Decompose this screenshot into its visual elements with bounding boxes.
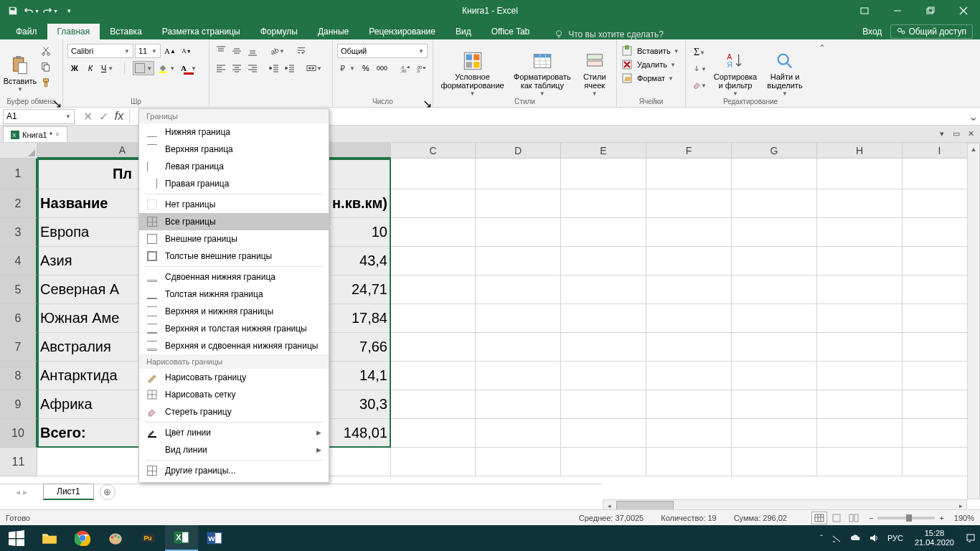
wb-minimize[interactable]: ▭ — [950, 127, 963, 140]
cell[interactable] — [476, 390, 561, 419]
tray-network-icon[interactable] — [827, 525, 846, 551]
increase-font-button[interactable]: A▲ — [162, 44, 178, 58]
wrap-text-button[interactable] — [294, 44, 308, 58]
border-outer-item[interactable]: Внешние границы — [139, 230, 329, 248]
row-header[interactable]: 1 — [0, 159, 37, 189]
zoom-in-button[interactable]: + — [939, 514, 943, 522]
redo-button[interactable]: ▼ — [42, 2, 59, 19]
cell[interactable] — [732, 304, 817, 333]
cell[interactable] — [646, 159, 732, 189]
cell[interactable] — [732, 448, 817, 476]
row-header[interactable]: 6 — [0, 304, 37, 333]
cell[interactable] — [391, 362, 476, 390]
cell[interactable] — [903, 419, 977, 448]
cell[interactable] — [391, 276, 476, 304]
font-color-button[interactable]: A▼ — [179, 61, 199, 75]
row-header[interactable]: 2 — [0, 189, 37, 218]
more-borders-item[interactable]: Другие границы... — [139, 462, 329, 479]
wb-close[interactable]: ✕ — [964, 127, 977, 140]
cell[interactable] — [732, 218, 817, 247]
cell[interactable] — [817, 390, 903, 419]
cell[interactable] — [817, 362, 903, 390]
cell[interactable] — [646, 189, 732, 218]
cell[interactable] — [646, 448, 732, 476]
cell[interactable] — [561, 333, 646, 362]
undo-button[interactable]: ▼ — [23, 2, 40, 19]
cell[interactable] — [646, 362, 732, 390]
cell[interactable] — [903, 276, 977, 304]
cell[interactable] — [646, 218, 732, 247]
cell[interactable] — [732, 333, 817, 362]
column-header[interactable]: D — [476, 143, 561, 159]
cell[interactable] — [817, 159, 903, 189]
zoom-level[interactable]: 190% — [954, 514, 974, 522]
add-workbook-tab[interactable] — [70, 129, 83, 142]
expand-formula-bar[interactable]: ⌄ — [966, 110, 980, 123]
tab-review[interactable]: Рецензирование — [359, 24, 446, 39]
signin-link[interactable]: Вход — [862, 27, 882, 37]
underline-button[interactable]: Ч▼ — [99, 61, 116, 75]
align-middle-button[interactable] — [230, 44, 244, 58]
align-top-button[interactable] — [214, 44, 228, 58]
border-top-bottom-item[interactable]: Верхняя и нижняя границы — [139, 303, 329, 320]
format-painter-button[interactable] — [39, 75, 53, 90]
decrease-indent-button[interactable] — [267, 61, 281, 75]
tab-home[interactable]: Главная — [47, 24, 100, 39]
cell[interactable] — [817, 448, 903, 476]
row-header[interactable]: 4 — [0, 247, 37, 276]
delete-cells-button[interactable]: Удалить▼ — [621, 59, 681, 70]
cell[interactable] — [391, 333, 476, 362]
name-box[interactable]: A1▼ — [3, 109, 75, 124]
enter-formula-button[interactable]: ✓ — [96, 109, 110, 123]
number-format-combo[interactable]: Общий▼ — [337, 44, 428, 58]
copy-button[interactable] — [39, 60, 53, 74]
increase-indent-button[interactable] — [283, 61, 297, 75]
cell[interactable] — [476, 159, 561, 189]
cell[interactable] — [561, 159, 646, 189]
wb-dropdown[interactable]: ▾ — [936, 127, 948, 140]
tab-formulas[interactable]: Формулы — [250, 24, 308, 39]
border-bottom-item[interactable]: Нижняя граница — [139, 123, 329, 141]
cell[interactable] — [732, 247, 817, 276]
align-bottom-button[interactable] — [245, 44, 260, 58]
cell[interactable] — [903, 304, 977, 333]
cell[interactable] — [903, 333, 977, 362]
cell[interactable] — [903, 189, 977, 218]
cell[interactable] — [391, 304, 476, 333]
border-right-item[interactable]: Правая граница — [139, 175, 329, 192]
tab-view[interactable]: Вид — [446, 24, 481, 39]
cell[interactable] — [903, 159, 977, 189]
qat-customize[interactable]: ▾ — [60, 2, 77, 19]
border-top-thick-bottom-item[interactable]: Верхняя и толстая нижняя границы — [139, 320, 329, 337]
border-top-item[interactable]: Верхняя граница — [139, 141, 329, 158]
chrome-button[interactable] — [66, 525, 99, 551]
cell[interactable] — [476, 218, 561, 247]
view-page-layout-button[interactable] — [829, 512, 844, 524]
comma-button[interactable]: 000 — [374, 61, 390, 75]
close-tab-icon[interactable]: × — [55, 131, 60, 138]
ribbon-display-button[interactable] — [848, 0, 881, 22]
cell[interactable] — [903, 448, 977, 476]
cell[interactable] — [732, 419, 817, 448]
word-taskbar-button[interactable]: W — [198, 525, 231, 551]
cell[interactable] — [646, 333, 732, 362]
cell[interactable] — [646, 390, 732, 419]
percent-button[interactable]: % — [359, 61, 373, 75]
erase-border-item[interactable]: Стереть границу — [139, 403, 329, 420]
orientation-button[interactable]: ab▼ — [267, 44, 287, 58]
column-header[interactable]: I — [903, 143, 977, 159]
cell[interactable] — [732, 189, 817, 218]
sheet-tab[interactable]: Лист1 — [43, 484, 94, 500]
border-none-item[interactable]: Нет границы — [139, 196, 329, 213]
zoom-out-button[interactable]: − — [869, 514, 873, 522]
insert-function-button[interactable]: fx — [112, 109, 126, 123]
cell[interactable] — [476, 276, 561, 304]
cell[interactable] — [476, 247, 561, 276]
cell[interactable] — [732, 362, 817, 390]
cell[interactable] — [391, 419, 476, 448]
row-header[interactable]: 11 — [0, 448, 37, 476]
cell[interactable] — [561, 419, 646, 448]
fill-button[interactable]: ▼ — [690, 62, 709, 76]
border-thick-item[interactable]: Толстые внешние границы — [139, 248, 329, 265]
sheet-nav[interactable]: ◂ ▸ — [0, 487, 43, 497]
